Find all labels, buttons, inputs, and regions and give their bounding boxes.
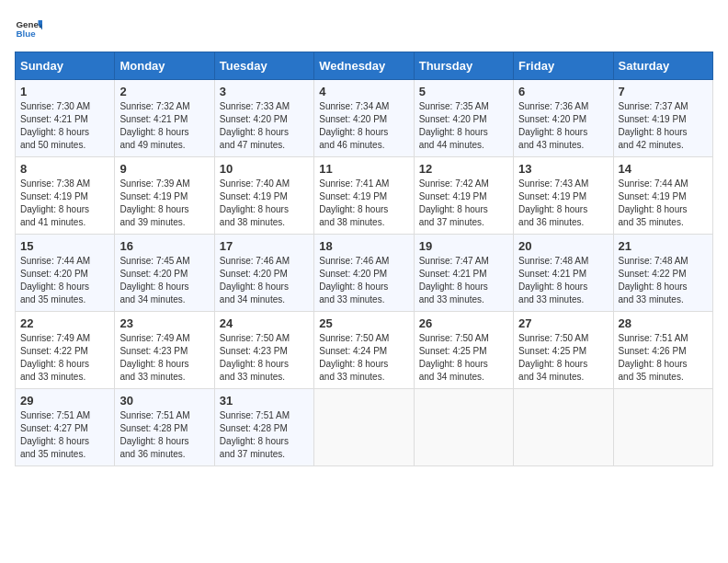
calendar-day-24: 24Sunrise: 7:50 AM Sunset: 4:23 PM Dayli… [214,312,313,389]
day-info: Sunrise: 7:51 AM Sunset: 4:26 PM Dayligh… [619,332,708,384]
calendar-day-4: 4Sunrise: 7:34 AM Sunset: 4:20 PM Daylig… [314,80,414,157]
day-number: 3 [220,85,309,98]
calendar-day-22: 22Sunrise: 7:49 AM Sunset: 4:22 PM Dayli… [16,312,115,389]
day-info: Sunrise: 7:47 AM Sunset: 4:21 PM Dayligh… [419,255,508,306]
day-info: Sunrise: 7:48 AM Sunset: 4:22 PM Dayligh… [619,255,708,306]
day-number: 17 [220,239,309,253]
day-number: 26 [419,316,508,330]
day-number: 24 [220,316,309,330]
empty-cell [514,389,613,466]
day-header-friday: Friday [514,52,613,80]
calendar-day-26: 26Sunrise: 7:50 AM Sunset: 4:25 PM Dayli… [414,312,513,389]
calendar-day-28: 28Sunrise: 7:51 AM Sunset: 4:26 PM Dayli… [613,312,712,389]
calendar-day-2: 2Sunrise: 7:32 AM Sunset: 4:21 PM Daylig… [115,80,214,157]
day-number: 11 [319,162,408,176]
calendar-day-12: 12Sunrise: 7:42 AM Sunset: 4:19 PM Dayli… [414,157,513,235]
calendar-day-27: 27Sunrise: 7:50 AM Sunset: 4:25 PM Dayli… [514,312,613,389]
calendar-day-23: 23Sunrise: 7:49 AM Sunset: 4:23 PM Dayli… [115,312,214,389]
calendar-day-31: 31Sunrise: 7:51 AM Sunset: 4:28 PM Dayli… [214,389,313,466]
day-info: Sunrise: 7:48 AM Sunset: 4:21 PM Dayligh… [518,255,608,306]
day-number: 4 [319,85,408,98]
calendar-day-17: 17Sunrise: 7:46 AM Sunset: 4:20 PM Dayli… [214,235,313,312]
calendar-day-25: 25Sunrise: 7:50 AM Sunset: 4:24 PM Dayli… [314,312,414,389]
day-number: 28 [619,316,708,330]
calendar-table: SundayMondayTuesdayWednesdayThursdayFrid… [15,52,713,466]
day-info: Sunrise: 7:42 AM Sunset: 4:19 PM Dayligh… [419,178,508,229]
day-info: Sunrise: 7:41 AM Sunset: 4:19 PM Dayligh… [319,178,408,229]
day-info: Sunrise: 7:40 AM Sunset: 4:19 PM Dayligh… [220,178,309,229]
calendar-header: SundayMondayTuesdayWednesdayThursdayFrid… [16,52,713,80]
day-number: 16 [119,239,209,253]
empty-cell [613,389,712,466]
day-header-saturday: Saturday [613,52,712,80]
day-number: 31 [220,394,309,408]
calendar-week-1: 1Sunrise: 7:30 AM Sunset: 4:21 PM Daylig… [16,80,713,157]
calendar-day-1: 1Sunrise: 7:30 AM Sunset: 4:21 PM Daylig… [16,80,115,157]
day-header-monday: Monday [115,52,214,80]
day-header-tuesday: Tuesday [214,52,313,80]
day-info: Sunrise: 7:49 AM Sunset: 4:22 PM Dayligh… [20,332,109,384]
day-info: Sunrise: 7:46 AM Sunset: 4:20 PM Dayligh… [220,255,309,306]
calendar-day-11: 11Sunrise: 7:41 AM Sunset: 4:19 PM Dayli… [314,157,414,235]
calendar-week-4: 22Sunrise: 7:49 AM Sunset: 4:22 PM Dayli… [16,312,713,389]
calendar-day-20: 20Sunrise: 7:48 AM Sunset: 4:21 PM Dayli… [514,235,613,312]
calendar-day-21: 21Sunrise: 7:48 AM Sunset: 4:22 PM Dayli… [613,235,712,312]
empty-cell [314,389,414,466]
calendar-day-7: 7Sunrise: 7:37 AM Sunset: 4:19 PM Daylig… [613,80,712,157]
calendar-day-13: 13Sunrise: 7:43 AM Sunset: 4:19 PM Dayli… [514,157,613,235]
day-info: Sunrise: 7:44 AM Sunset: 4:20 PM Dayligh… [20,255,109,306]
day-number: 23 [119,316,209,330]
day-info: Sunrise: 7:37 AM Sunset: 4:19 PM Dayligh… [619,100,708,152]
day-number: 15 [20,239,109,253]
calendar-week-3: 15Sunrise: 7:44 AM Sunset: 4:20 PM Dayli… [16,235,713,312]
calendar-day-9: 9Sunrise: 7:39 AM Sunset: 4:19 PM Daylig… [115,157,214,235]
day-number: 13 [518,162,608,176]
day-number: 22 [20,316,109,330]
day-info: Sunrise: 7:36 AM Sunset: 4:20 PM Dayligh… [518,100,608,152]
calendar-day-18: 18Sunrise: 7:46 AM Sunset: 4:20 PM Dayli… [314,235,414,312]
calendar-day-6: 6Sunrise: 7:36 AM Sunset: 4:20 PM Daylig… [514,80,613,157]
day-info: Sunrise: 7:51 AM Sunset: 4:28 PM Dayligh… [119,409,209,461]
calendar-day-5: 5Sunrise: 7:35 AM Sunset: 4:20 PM Daylig… [414,80,513,157]
day-info: Sunrise: 7:51 AM Sunset: 4:27 PM Dayligh… [20,409,109,461]
day-number: 25 [319,316,408,330]
day-number: 12 [419,162,508,176]
calendar-day-8: 8Sunrise: 7:38 AM Sunset: 4:19 PM Daylig… [16,157,115,235]
logo: General Blue [15,15,42,42]
day-number: 6 [518,85,608,98]
calendar-day-19: 19Sunrise: 7:47 AM Sunset: 4:21 PM Dayli… [414,235,513,312]
day-info: Sunrise: 7:50 AM Sunset: 4:24 PM Dayligh… [319,332,408,384]
day-header-row: SundayMondayTuesdayWednesdayThursdayFrid… [16,52,713,80]
header: General Blue [15,15,713,42]
day-number: 21 [619,239,708,253]
empty-cell [414,389,513,466]
calendar-week-5: 29Sunrise: 7:51 AM Sunset: 4:27 PM Dayli… [16,389,713,466]
day-info: Sunrise: 7:33 AM Sunset: 4:20 PM Dayligh… [220,100,309,152]
day-header-wednesday: Wednesday [314,52,414,80]
day-number: 14 [619,162,708,176]
day-number: 18 [319,239,408,253]
day-info: Sunrise: 7:51 AM Sunset: 4:28 PM Dayligh… [220,409,309,461]
day-number: 19 [419,239,508,253]
calendar-day-29: 29Sunrise: 7:51 AM Sunset: 4:27 PM Dayli… [16,389,115,466]
day-info: Sunrise: 7:45 AM Sunset: 4:20 PM Dayligh… [119,255,209,306]
svg-text:Blue: Blue [17,29,37,39]
day-info: Sunrise: 7:50 AM Sunset: 4:25 PM Dayligh… [419,332,508,384]
calendar-day-15: 15Sunrise: 7:44 AM Sunset: 4:20 PM Dayli… [16,235,115,312]
calendar-body: 1Sunrise: 7:30 AM Sunset: 4:21 PM Daylig… [16,80,713,466]
day-header-sunday: Sunday [16,52,115,80]
day-number: 10 [220,162,309,176]
day-info: Sunrise: 7:32 AM Sunset: 4:21 PM Dayligh… [119,100,209,152]
calendar-day-16: 16Sunrise: 7:45 AM Sunset: 4:20 PM Dayli… [115,235,214,312]
day-header-thursday: Thursday [414,52,513,80]
day-number: 7 [619,85,708,98]
day-number: 20 [518,239,608,253]
calendar-day-14: 14Sunrise: 7:44 AM Sunset: 4:19 PM Dayli… [613,157,712,235]
day-info: Sunrise: 7:46 AM Sunset: 4:20 PM Dayligh… [319,255,408,306]
day-number: 2 [119,85,209,98]
day-info: Sunrise: 7:49 AM Sunset: 4:23 PM Dayligh… [119,332,209,384]
day-info: Sunrise: 7:50 AM Sunset: 4:25 PM Dayligh… [518,332,608,384]
calendar-day-10: 10Sunrise: 7:40 AM Sunset: 4:19 PM Dayli… [214,157,313,235]
calendar-week-2: 8Sunrise: 7:38 AM Sunset: 4:19 PM Daylig… [16,157,713,235]
day-info: Sunrise: 7:43 AM Sunset: 4:19 PM Dayligh… [518,178,608,229]
